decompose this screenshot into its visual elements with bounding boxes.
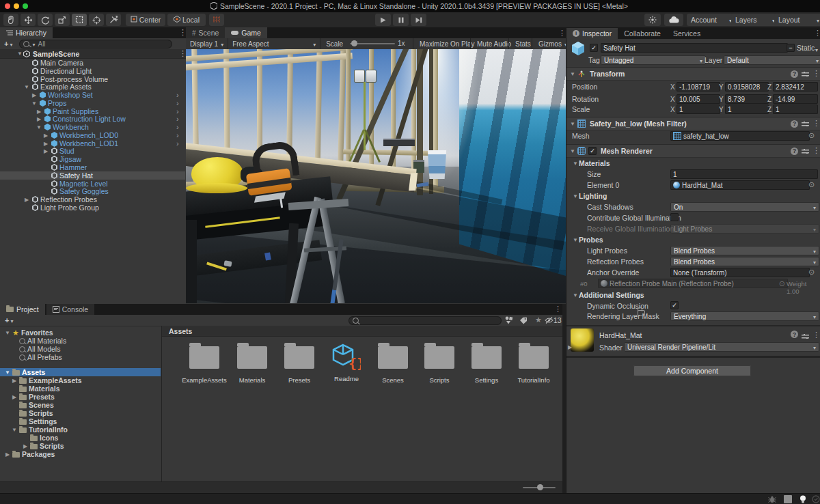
gameobject-name-field[interactable]: Safety Hat xyxy=(601,43,788,53)
hand-tool-button[interactable] xyxy=(3,14,18,26)
presets-icon[interactable] xyxy=(802,121,809,127)
project-tree-item-selected[interactable]: Assets xyxy=(0,368,161,376)
hierarchy-item[interactable]: Jigsaw xyxy=(0,155,185,163)
tab-game[interactable]: Game xyxy=(225,27,267,38)
transform-header[interactable]: Transform xyxy=(566,67,820,81)
tab-project[interactable]: Project xyxy=(0,304,45,315)
active-checkbox[interactable] xyxy=(590,44,598,52)
project-tree-item[interactable]: Packages xyxy=(0,450,161,458)
foldout-icon[interactable] xyxy=(4,330,11,336)
lock-icon[interactable] xyxy=(638,310,645,316)
tab-scene[interactable]: Scene xyxy=(186,27,225,38)
transform-tool-button[interactable] xyxy=(89,14,104,26)
prefab-open-chevron[interactable] xyxy=(176,123,179,131)
foldout-icon[interactable] xyxy=(31,100,38,107)
rendering-mask-dropdown[interactable]: Everything xyxy=(670,311,819,321)
project-tree-item[interactable]: Materials xyxy=(0,384,161,393)
zoom-window-button[interactable] xyxy=(23,3,28,9)
foldout-icon[interactable] xyxy=(31,92,38,98)
help-icon[interactable] xyxy=(791,148,798,155)
layout-dropdown[interactable]: Layout xyxy=(774,14,820,26)
aspect-dropdown[interactable]: Free Aspect xyxy=(228,38,320,49)
inspector-menu-icon[interactable] xyxy=(814,29,820,38)
scene-header-row[interactable]: SampleScene xyxy=(0,49,186,59)
scale-x-field[interactable]: 1 xyxy=(676,104,720,114)
rect-tool-button[interactable] xyxy=(72,14,87,26)
project-tree-item[interactable]: Scripts xyxy=(0,442,161,450)
scale-y-field[interactable]: 1 xyxy=(725,104,769,114)
object-picker-icon[interactable] xyxy=(808,268,815,277)
hierarchy-search-input[interactable]: All xyxy=(19,40,172,48)
hierarchy-item[interactable]: Main Camera xyxy=(0,59,185,67)
scale-z-field[interactable]: 1 xyxy=(773,104,818,114)
prefab-open-chevron[interactable] xyxy=(176,115,179,123)
search-by-type-icon[interactable] xyxy=(504,316,513,326)
component-enabled-checkbox[interactable] xyxy=(588,147,597,155)
hierarchy-item-selected[interactable]: Safety Hat xyxy=(0,171,185,180)
hierarchy-item[interactable]: Workbench xyxy=(0,123,185,131)
cast-shadows-dropdown[interactable]: On xyxy=(670,202,819,212)
project-tree-item[interactable]: Scenes xyxy=(0,401,161,409)
contribute-gi-checkbox[interactable] xyxy=(670,213,679,221)
refresh-clock-icon[interactable] xyxy=(812,495,820,504)
project-menu-icon[interactable] xyxy=(554,305,562,313)
tab-services[interactable]: Services xyxy=(667,28,707,39)
search-by-label-icon[interactable] xyxy=(519,317,528,326)
hierarchy-item[interactable]: Workshop Set xyxy=(0,91,185,99)
hierarchy-item[interactable]: Construction Light Low xyxy=(0,115,185,123)
project-search-input[interactable] xyxy=(348,316,502,325)
presets-icon[interactable] xyxy=(802,71,809,77)
asset-folder[interactable]: TutorialInfo xyxy=(504,346,564,384)
materials-foldout[interactable]: Materials xyxy=(572,158,610,168)
rotation-z-field[interactable]: -14.99 xyxy=(773,94,818,104)
favorite-item[interactable]: All Models xyxy=(0,345,161,353)
hierarchy-item[interactable]: Directional Light xyxy=(0,67,185,75)
reflection-probes-dropdown[interactable]: Blend Probes xyxy=(670,257,819,266)
chevron-down-icon[interactable] xyxy=(10,316,13,324)
hierarchy-item[interactable]: Reflection Probes xyxy=(0,195,185,204)
object-picker-icon[interactable] xyxy=(808,131,815,140)
foldout-icon[interactable] xyxy=(569,71,576,77)
hierarchy-item[interactable]: Safety Goggles xyxy=(0,187,185,195)
foldout-icon[interactable] xyxy=(11,378,18,384)
pivot-center-button[interactable]: Center xyxy=(126,14,165,26)
debugger-bug-icon[interactable] xyxy=(768,496,776,504)
help-icon[interactable] xyxy=(791,331,798,338)
create-asset-button[interactable]: + xyxy=(5,316,9,324)
object-picker-icon[interactable] xyxy=(808,180,815,189)
progress-square-icon[interactable] xyxy=(784,495,792,503)
move-tool-button[interactable] xyxy=(20,14,36,26)
prefab-open-chevron[interactable] xyxy=(176,131,179,139)
materials-size-field[interactable]: 1 xyxy=(670,169,818,179)
foldout-icon[interactable] xyxy=(4,451,11,458)
project-tree-item[interactable]: Settings xyxy=(0,417,161,425)
project-tree-item[interactable]: Scripts xyxy=(0,409,161,417)
dynamic-occlusion-checkbox[interactable] xyxy=(670,301,679,309)
favorites-row[interactable]: Favorites xyxy=(0,328,161,337)
search-favorites-icon[interactable] xyxy=(535,316,542,324)
minimize-window-button[interactable] xyxy=(14,3,19,9)
foldout-icon[interactable] xyxy=(42,132,49,139)
add-gameobject-button[interactable]: + xyxy=(4,40,8,48)
chevron-down-icon[interactable] xyxy=(10,40,12,48)
project-tree-item[interactable]: Icons xyxy=(0,434,161,442)
foldout-icon[interactable] xyxy=(11,427,18,433)
mesh-renderer-header[interactable]: Mesh Renderer xyxy=(566,144,820,158)
add-component-button[interactable]: Add Component xyxy=(633,365,751,376)
cloud-collab-button[interactable] xyxy=(664,14,683,26)
foldout-icon[interactable] xyxy=(42,148,49,154)
anchor-override-field[interactable]: None (Transform) xyxy=(670,268,810,277)
step-button[interactable] xyxy=(411,14,426,26)
mesh-filter-header[interactable]: Safety_hat_low (Mesh Filter) xyxy=(566,117,820,130)
lighting-foldout[interactable]: Lighting xyxy=(572,191,607,201)
shader-dropdown[interactable]: Universal Render Pipeline/Lit xyxy=(624,342,819,352)
light-probes-dropdown[interactable]: Blend Probes xyxy=(670,246,819,255)
maximize-on-play-button[interactable]: Maximize On Play xyxy=(415,38,479,49)
close-window-button[interactable] xyxy=(5,3,10,9)
foldout-icon[interactable] xyxy=(23,197,30,203)
favorite-item[interactable]: All Prefabs xyxy=(0,353,161,361)
foldout-icon[interactable] xyxy=(4,369,11,376)
display-dropdown[interactable]: Display 1 xyxy=(186,38,228,49)
help-icon[interactable] xyxy=(791,120,798,128)
hierarchy-item[interactable]: Light Probe Group xyxy=(0,204,185,212)
